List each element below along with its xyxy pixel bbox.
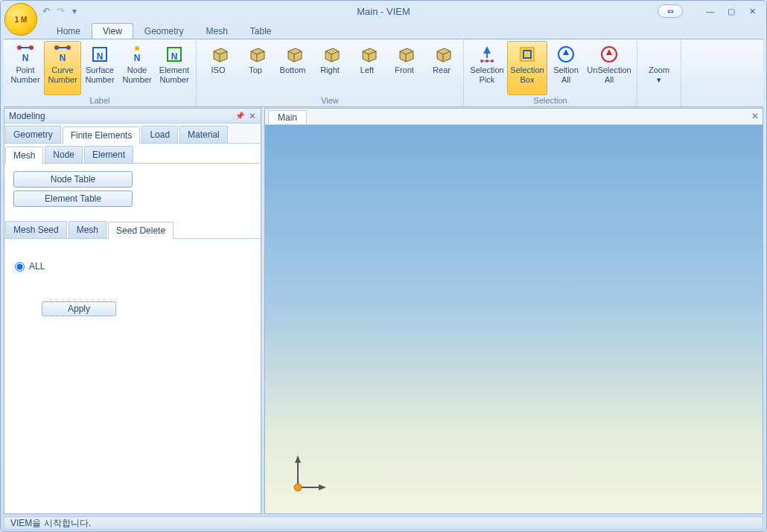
svg-text:N: N [97, 51, 104, 62]
svg-marker-38 [437, 48, 451, 62]
status-text: VIEM을 시작합니다. [10, 517, 91, 530]
undo-icon[interactable]: ↶ [42, 6, 50, 16]
help-pill-icon[interactable]: ⇔ [658, 4, 683, 18]
front-button[interactable]: Front [386, 41, 423, 95]
tab-mesh-seed[interactable]: Mesh Seed [5, 221, 67, 238]
svg-marker-22 [288, 48, 302, 62]
pin-icon[interactable]: 📌 [235, 112, 244, 120]
selection-box-icon [517, 44, 538, 65]
svg-marker-26 [325, 48, 339, 62]
surface-number-button[interactable]: NSurfaceNumber [81, 41, 118, 95]
rear-button[interactable]: Rear [423, 41, 460, 95]
axis-triad-icon [283, 454, 328, 499]
surface-number-icon: N [89, 44, 110, 65]
zoom-icon [649, 44, 669, 65]
panel-close-icon[interactable]: ✕ [249, 111, 256, 121]
top-button[interactable]: Top [237, 41, 274, 95]
group-label [637, 104, 681, 106]
tab-table[interactable]: Table [239, 23, 283, 39]
tab-mesh2[interactable]: Mesh [69, 221, 106, 238]
redo-icon[interactable]: ↷ [57, 6, 65, 16]
tab-load[interactable]: Load [141, 126, 178, 143]
point-number-button[interactable]: NPointNumber [7, 41, 44, 95]
tab-geometry[interactable]: Geometry [133, 23, 195, 39]
menu-bar: Home View Geometry Mesh Table [45, 22, 766, 39]
selection-all-button[interactable]: SeltionAll [547, 41, 585, 95]
svg-text:N: N [22, 53, 29, 63]
tab-view[interactable]: View [92, 23, 133, 39]
app-button[interactable]: 1 M [4, 3, 37, 36]
selection-all-icon [556, 44, 576, 65]
close-icon[interactable]: ✕ [744, 4, 760, 18]
panel-title: Modeling [9, 111, 45, 121]
viewport-canvas[interactable] [265, 125, 763, 513]
apply-button[interactable]: Apply [42, 301, 116, 316]
point-number-icon: N [15, 44, 36, 65]
front-icon [394, 44, 415, 65]
ribbon: NPointNumberNCurveNumberNSurfaceNumberNN… [4, 39, 763, 107]
status-bar: VIEM을 시작합니다. [4, 516, 763, 530]
tab-finite-elements[interactable]: Finite Elements [63, 126, 141, 144]
iso-icon [208, 44, 229, 65]
group-label: Label [4, 95, 196, 106]
selection-box-button[interactable]: SelectionBox [507, 41, 547, 95]
svg-text:N: N [134, 53, 141, 63]
top-icon [245, 44, 266, 65]
left-icon [357, 44, 378, 65]
radio-all[interactable] [15, 262, 25, 272]
tab-mesh[interactable]: Mesh [195, 23, 239, 39]
svg-marker-42 [483, 46, 491, 54]
group-label: Selection [464, 95, 637, 106]
viewport-panel: Main ✕ [264, 108, 763, 514]
node-table-button[interactable]: Node Table [13, 171, 133, 188]
rear-icon [431, 44, 452, 65]
qat-dropdown-icon[interactable]: ▾ [72, 6, 77, 16]
element-number-icon: N [164, 44, 185, 65]
node-number-button[interactable]: NNodeNumber [118, 41, 156, 95]
curve-number-button[interactable]: NCurveNumber [44, 41, 81, 95]
unselection-all-icon [599, 44, 620, 65]
node-number-icon: N [127, 44, 147, 65]
tab-node[interactable]: Node [45, 146, 83, 163]
bottom-button[interactable]: Bottom [274, 41, 311, 95]
svg-point-10 [135, 46, 139, 51]
minimize-icon[interactable]: — [702, 4, 719, 18]
selection-pick-icon [477, 44, 497, 65]
right-button[interactable]: Right [311, 41, 349, 95]
tab-seed-delete[interactable]: Seed Delete [108, 222, 174, 239]
svg-marker-14 [214, 48, 227, 62]
zoom-button[interactable]: Zoom▾ [640, 41, 678, 104]
svg-marker-34 [400, 48, 413, 62]
svg-point-276 [294, 484, 302, 491]
modeling-panel: Modeling 📌 ✕ Geometry Finite Elements Lo… [4, 108, 261, 514]
svg-rect-48 [521, 48, 534, 61]
svg-marker-30 [363, 48, 376, 62]
window-title: Main - VIEM [357, 6, 410, 17]
tab-mesh[interactable]: Mesh [5, 147, 43, 164]
maximize-icon[interactable]: ▢ [723, 4, 739, 18]
svg-marker-275 [319, 484, 326, 490]
curve-number-icon: N [52, 44, 73, 65]
tab-home[interactable]: Home [45, 23, 92, 39]
element-table-button[interactable]: Element Table [13, 190, 133, 207]
unselection-all-button[interactable]: UnSelectionAll [585, 41, 634, 95]
right-icon [319, 44, 340, 65]
svg-text:N: N [171, 51, 178, 62]
group-label: View [197, 95, 463, 106]
title-bar: ↶ ↷ ▾ Main - VIEM ⇔ — ▢ ✕ [1, 1, 766, 22]
viewport-close-icon[interactable]: ✕ [751, 111, 759, 121]
tab-geometry-panel[interactable]: Geometry [5, 126, 61, 143]
viewport-tab-main[interactable]: Main [268, 110, 307, 125]
selection-pick-button[interactable]: SelectionPick [467, 41, 507, 95]
svg-text:N: N [60, 53, 66, 63]
svg-marker-53 [606, 49, 612, 55]
iso-button[interactable]: ISO [200, 41, 237, 95]
left-button[interactable]: Left [349, 41, 386, 95]
svg-marker-18 [251, 48, 264, 62]
element-number-button[interactable]: NElementNumber [156, 41, 193, 95]
tab-element[interactable]: Element [84, 146, 133, 163]
bottom-icon [282, 44, 303, 65]
tab-material[interactable]: Material [179, 126, 228, 143]
svg-marker-51 [563, 49, 569, 55]
svg-marker-273 [295, 455, 301, 463]
